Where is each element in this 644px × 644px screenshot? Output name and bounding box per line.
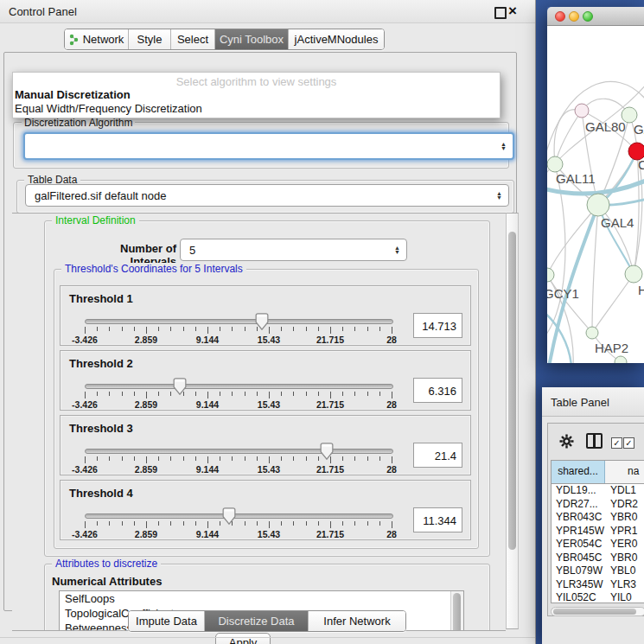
table-cell-shared-name[interactable]: YLR345W [552,578,605,592]
table-cell-shared-name[interactable]: YBL079W [552,564,605,578]
table-row[interactable]: YLR345WYLR3 [552,578,644,592]
tab-impute-data[interactable]: Impute Data [129,611,205,631]
tab-select[interactable]: Select [171,29,215,49]
settings-scroll-thumb[interactable] [508,232,516,550]
network-node[interactable] [615,356,627,363]
threshold-slider[interactable]: -3.4262.8599.14415.4321.71528 [85,507,392,539]
table-data-combobox[interactable]: galFiltered.sif default node ▲▼ [25,184,509,207]
table-row[interactable]: YBR043CYBR0 [552,511,644,525]
gear-icon[interactable] [559,434,574,449]
attributes-list-scroll-thumb[interactable] [453,593,461,631]
threshold-slider[interactable]: -3.4262.8599.14415.4321.71528 [85,377,392,410]
algorithm-option-equal-width[interactable]: Equal Width/Frequency Discretization [15,102,202,115]
network-node[interactable] [575,104,589,118]
slider-track[interactable] [85,384,393,389]
tab-network[interactable]: Network [65,29,129,49]
checkbox-icon[interactable]: ✓ [611,437,622,449]
network-node[interactable] [622,107,637,123]
slider-thumb[interactable] [255,313,269,330]
slider-tick [392,521,392,528]
table-cell-shared-name[interactable]: YDR27... [552,498,605,512]
slider-tick-label: 21.715 [316,464,344,475]
table-row[interactable]: YPR145WYPR1 [552,525,644,539]
table-cell-name[interactable]: YBL0 [605,564,644,578]
table-cell-name[interactable]: YBR0 [605,552,644,565]
slider-tick-label: 28 [386,399,397,410]
slider-tick [318,392,319,396]
slider-track[interactable] [85,449,393,454]
slider-tick-label: 21.715 [316,529,344,539]
tab-style[interactable]: Style [129,29,171,49]
table-row[interactable]: YDL19...YDL1 [552,484,644,498]
threshold-slider[interactable]: -3.4262.8599.14415.4321.71528 [85,312,392,345]
table-cell-shared-name[interactable]: YDL19... [552,484,605,498]
columns-icon[interactable] [586,433,603,449]
algorithm-option-manual[interactable]: Manual Discretization [15,88,131,101]
checkbox-icon[interactable]: ✓ [623,437,634,449]
number-of-intervals-combobox[interactable]: 5 ▲▼ [180,239,407,261]
network-node[interactable] [587,194,609,216]
table-cell-shared-name[interactable]: YPR145W [552,525,605,539]
slider-tick [170,327,171,331]
threshold-value-field[interactable]: 6.316 [413,378,462,403]
table-cell-name[interactable]: YDR2 [605,498,644,512]
table-horizontal-scrollbar[interactable] [551,607,644,616]
tab-jactivemnodules[interactable]: jActiveMNodules [289,29,384,49]
table-row[interactable]: YER054CYER0 [552,538,644,552]
threshold-value-field[interactable]: 11.344 [413,507,462,532]
network-node[interactable] [625,265,642,283]
apply-button[interactable]: Apply [215,633,271,644]
slider-track[interactable] [85,319,393,324]
attribute-list-item[interactable]: SelfLoops [60,591,463,606]
slider-tick [158,521,159,526]
table-row[interactable]: YDR27...YDR2 [552,498,644,512]
tab-discretize-data[interactable]: Discretize Data [205,611,309,631]
network-node[interactable] [586,327,598,339]
table-cell-name[interactable]: YPR1 [605,525,644,539]
table-cell-name[interactable]: YDL1 [605,484,644,498]
slider-thumb[interactable] [173,378,187,395]
table-cell-name[interactable]: YIL0 [605,591,644,603]
table-cell-shared-name[interactable]: YIL052C [552,591,605,603]
threshold-label: Threshold 2 [69,357,133,370]
network-node[interactable] [547,268,554,282]
settings-vertical-scrollbar[interactable] [506,213,519,629]
combo-stepper-icon: ▲▼ [394,245,400,254]
column-header-name[interactable]: na [605,461,644,483]
table-row[interactable]: YIL052CYIL0 [552,591,644,603]
network-canvas[interactable]: GAL80GACGAL11GAL4GCY1HHAP2 [547,26,644,363]
table-cell-name[interactable]: YER0 [605,538,644,552]
table-cell-shared-name[interactable]: YBR043C [552,511,605,525]
slider-tick [85,456,86,463]
network-node-label: GA [634,122,644,137]
node-table[interactable]: shared... na YDL19...YDL1YDR27...YDR2YBR… [551,460,644,603]
algorithm-combobox[interactable]: ▲▼ [23,132,514,160]
table-row[interactable]: YBL079WYBL0 [552,564,644,578]
table-row[interactable]: YBR045CYBR0 [552,552,644,565]
table-hscroll-thumb[interactable] [553,609,636,615]
table-panel-titlebar: Table Panel [542,387,644,417]
threshold-slider[interactable]: -3.4262.8599.14415.4321.71528 [85,442,392,475]
column-header-shared-name[interactable]: shared... [552,461,605,483]
minimize-traffic-light[interactable] [569,11,579,22]
threshold-value-field[interactable]: 14.713 [413,313,462,338]
algorithm-group-label: Discretization Algorithm [22,117,135,129]
tab-infer-network[interactable]: Infer Network [309,611,405,631]
slider-thumb[interactable] [320,443,334,460]
attributes-list-scrollbar[interactable] [450,591,463,631]
close-icon[interactable]: × [508,3,517,20]
table-cell-shared-name[interactable]: YBR045C [552,552,605,565]
slider-tick [134,327,135,331]
float-window-icon[interactable] [494,7,507,19]
network-node[interactable] [547,156,563,172]
tab-cyni-toolbox[interactable]: Cyni Toolbox [215,29,289,49]
slider-track[interactable] [85,513,393,519]
close-traffic-light[interactable] [555,11,565,22]
slider-thumb[interactable] [222,507,236,525]
table-cell-name[interactable]: YLR3 [605,578,644,592]
table-cell-shared-name[interactable]: YER054C [552,538,605,552]
table-cell-name[interactable]: YBR0 [605,511,644,525]
zoom-traffic-light[interactable] [583,11,593,22]
network-icon [69,34,79,46]
threshold-value-field[interactable]: 21.4 [413,443,462,468]
